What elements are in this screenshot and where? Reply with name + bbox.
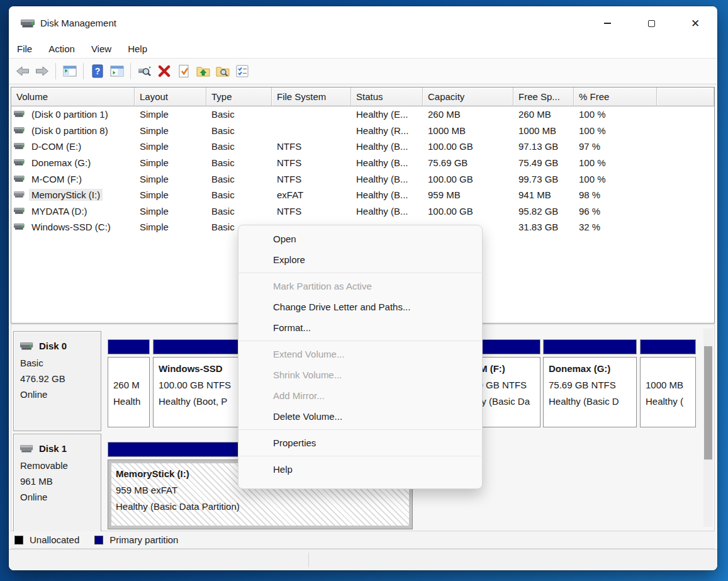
- show-console-tree-button[interactable]: [61, 63, 78, 80]
- disk1-info-panel[interactable]: Disk 1 Removable 961 MB Online: [13, 434, 101, 533]
- show-action-pane-icon: [109, 64, 125, 79]
- maximize-icon: [648, 20, 655, 27]
- menu-item-explore[interactable]: Explore: [238, 249, 482, 270]
- check-document-button[interactable]: [175, 63, 192, 80]
- partition-block[interactable]: 1000 MB Healthy (: [640, 339, 696, 427]
- disk-name: Disk 0: [39, 341, 67, 351]
- rescan-disks-button[interactable]: [136, 63, 153, 80]
- forward-button[interactable]: [33, 63, 50, 80]
- header-volume[interactable]: Volume: [11, 87, 135, 106]
- partition-color-bar: [108, 339, 150, 354]
- cell-fs: exFAT: [272, 189, 351, 200]
- menu-file[interactable]: File: [9, 40, 40, 58]
- header-file-system[interactable]: File System: [272, 87, 351, 106]
- cell-free: 75.49 GB: [513, 157, 574, 168]
- table-row[interactable]: (Disk 0 partition 8) Simple Basic Health…: [11, 123, 714, 139]
- primary-partition-label: Primary partition: [109, 534, 178, 545]
- disk-volume-icon: [14, 127, 26, 135]
- header-type[interactable]: Type: [206, 87, 272, 106]
- table-row[interactable]: (Disk 0 partition 1) Simple Basic Health…: [11, 106, 714, 123]
- menu-bar: File Action View Help: [9, 40, 717, 58]
- disk-status: Online: [20, 386, 94, 402]
- menu-item-open[interactable]: Open: [238, 228, 482, 249]
- cell-capacity: 1000 MB: [423, 125, 513, 136]
- cell-type: Basic: [206, 189, 272, 200]
- cell-type: Basic: [206, 109, 272, 120]
- delete-button[interactable]: [155, 63, 172, 80]
- menu-item-properties[interactable]: Properties: [238, 432, 482, 453]
- help-button[interactable]: ?: [89, 63, 106, 80]
- cell-free: 97.13 GB: [513, 141, 574, 152]
- volume-name: Donemax (G:): [29, 157, 93, 169]
- cell-free: 95.82 GB: [513, 206, 574, 217]
- show-action-pane-button[interactable]: [108, 63, 125, 80]
- vertical-scrollbar[interactable]: [703, 329, 713, 527]
- cell-status: Healthy (E...: [351, 109, 423, 120]
- menu-item-change-drive-letter[interactable]: Change Drive Letter and Paths...: [238, 296, 482, 317]
- cell-capacity: 100.00 GB: [423, 141, 513, 152]
- cell-layout: Simple: [135, 189, 206, 200]
- volume-rows: (Disk 0 partition 1) Simple Basic Health…: [11, 106, 714, 235]
- maximize-button[interactable]: [637, 6, 666, 40]
- cell-capacity: 959 MB: [423, 189, 513, 200]
- partition-color-bar: [543, 339, 637, 354]
- window-title: Disk Management: [40, 6, 116, 40]
- menu-item-delete-volume[interactable]: Delete Volume...: [238, 406, 482, 427]
- cell-layout: Simple: [135, 141, 206, 152]
- table-row[interactable]: MYDATA (D:) Simple Basic NTFS Healthy (B…: [11, 203, 714, 220]
- cell-pct: 100 %: [574, 109, 657, 120]
- close-button[interactable]: ✕: [681, 6, 710, 40]
- cell-pct: 100 %: [574, 174, 657, 184]
- svg-text:?: ?: [94, 66, 100, 76]
- disk-icon: [20, 342, 34, 351]
- cell-fs: NTFS: [272, 157, 351, 168]
- folder-up-button[interactable]: [194, 63, 211, 80]
- table-row[interactable]: D-COM (E:) Simple Basic NTFS Healthy (B.…: [11, 138, 714, 155]
- status-bar-divider: [308, 553, 309, 567]
- scrollbar-thumb[interactable]: [704, 346, 712, 460]
- menu-view[interactable]: View: [83, 40, 120, 58]
- cell-type: Basic: [206, 157, 272, 168]
- back-button[interactable]: [14, 63, 31, 80]
- disk-volume-icon: [14, 175, 26, 183]
- cell-capacity: 100.00 GB: [423, 206, 513, 217]
- menu-item-extend-volume: Extend Volume...: [238, 344, 482, 364]
- forward-icon: [35, 64, 50, 79]
- menu-action[interactable]: Action: [40, 40, 83, 58]
- disk-volume-icon: [14, 142, 26, 150]
- cell-capacity: 75.69 GB: [423, 157, 513, 168]
- check-document-icon: [176, 64, 191, 79]
- cell-layout: Simple: [135, 222, 206, 232]
- partition-block[interactable]: Donemax (G:) 75.69 GB NTFS Healthy (Basi…: [543, 339, 637, 427]
- header-free-space[interactable]: Free Sp...: [513, 87, 574, 106]
- header-blank: [657, 87, 714, 106]
- cell-layout: Simple: [135, 109, 206, 120]
- header-pct-free[interactable]: % Free: [574, 87, 657, 106]
- menu-item-format[interactable]: Format...: [238, 317, 482, 338]
- disk0-info-panel[interactable]: Disk 0 Basic 476.92 GB Online: [13, 331, 101, 431]
- cell-pct: 98 %: [574, 189, 657, 200]
- toolbar: ?: [9, 58, 717, 84]
- cell-pct: 32 %: [574, 222, 657, 232]
- cell-layout: Simple: [135, 174, 206, 184]
- header-layout[interactable]: Layout: [135, 87, 206, 106]
- cell-type: Basic: [206, 125, 272, 136]
- status-bar: [9, 549, 717, 570]
- header-capacity[interactable]: Capacity: [423, 87, 513, 106]
- task-list-button[interactable]: [233, 63, 250, 80]
- menu-item-help[interactable]: Help: [238, 459, 482, 480]
- folder-search-button[interactable]: [214, 63, 231, 80]
- unallocated-swatch: [14, 536, 23, 544]
- disk-kind: Basic: [20, 355, 94, 371]
- cell-status: Healthy (B...: [351, 141, 423, 152]
- context-menu: Open Explore Mark Partition as Active Ch…: [238, 225, 483, 489]
- table-row[interactable]: Donemax (G:) Simple Basic NTFS Healthy (…: [11, 155, 714, 171]
- table-row-selected[interactable]: MemoryStick (I:) Simple Basic exFAT Heal…: [11, 187, 714, 203]
- menu-help[interactable]: Help: [120, 40, 155, 58]
- minimize-button[interactable]: [593, 6, 622, 40]
- toolbar-separator: [130, 63, 131, 79]
- table-row[interactable]: M-COM (F:) Simple Basic NTFS Healthy (B.…: [11, 171, 714, 187]
- partition-block[interactable]: 260 M Health: [108, 339, 150, 427]
- header-status[interactable]: Status: [351, 87, 423, 106]
- toolbar-separator: [83, 63, 84, 79]
